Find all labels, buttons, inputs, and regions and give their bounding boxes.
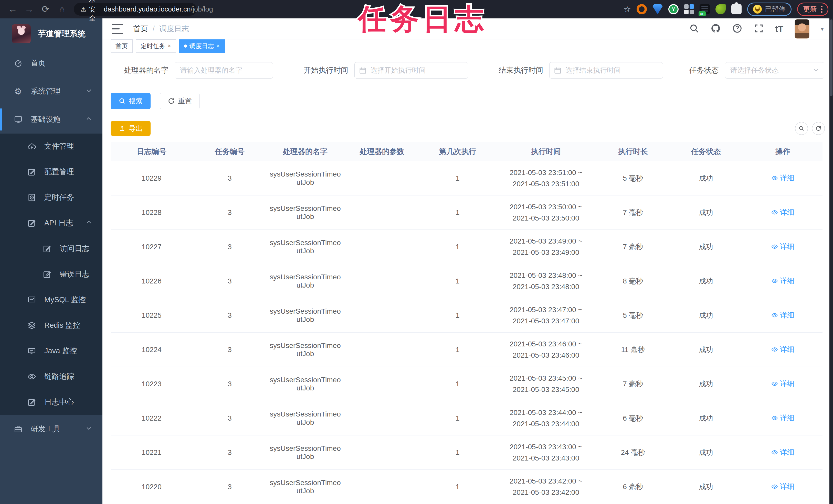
col-job-id: 任务编号 <box>193 142 267 161</box>
header-search-icon[interactable] <box>689 23 699 34</box>
edit-icon <box>27 218 37 228</box>
help-icon[interactable] <box>732 23 742 34</box>
cell-status: 成功 <box>669 264 743 298</box>
start-time-input[interactable] <box>354 62 468 79</box>
close-icon[interactable]: × <box>168 43 171 49</box>
export-button[interactable]: 导出 <box>111 121 150 136</box>
emoji-face-icon <box>753 5 762 14</box>
tab-home[interactable]: 首页 <box>111 40 133 53</box>
eye-icon <box>771 175 778 181</box>
github-icon[interactable] <box>711 23 721 34</box>
extensions-puzzle-icon[interactable] <box>731 4 742 14</box>
url-path[interactable]: /job/log <box>191 5 213 13</box>
edit-icon <box>42 244 52 254</box>
eye-icon <box>771 209 778 216</box>
sidebar-item-redis-monitor[interactable]: Redis 监控 <box>0 312 102 338</box>
paused-pill[interactable]: 已暂停 <box>747 3 791 16</box>
scrollbar-thumb[interactable] <box>830 20 832 96</box>
detail-link[interactable]: 详细 <box>771 345 794 354</box>
detail-link[interactable]: 详细 <box>771 379 794 388</box>
detail-link[interactable]: 详细 <box>771 448 794 457</box>
reset-button[interactable]: 重置 <box>160 93 200 109</box>
search-button[interactable]: 搜索 <box>111 93 150 109</box>
toggle-search-button[interactable] <box>795 122 808 135</box>
detail-link[interactable]: 详细 <box>771 413 794 423</box>
handler-name-input[interactable] <box>175 62 273 79</box>
security-label[interactable]: 不安全 <box>89 0 96 23</box>
extension-grid-icon[interactable] <box>684 4 694 14</box>
end-time-input[interactable] <box>549 62 663 79</box>
font-size-icon[interactable]: tT <box>775 24 783 34</box>
cell-log-id: 10222 <box>111 401 193 435</box>
sidebar-item-label: 链路追踪 <box>44 372 74 382</box>
url-host[interactable]: dashboard.yudao.iocoder.cn <box>104 5 191 13</box>
col-duration: 执行时长 <box>597 142 669 161</box>
cell-execute-index: 1 <box>421 470 495 504</box>
sidebar-item-system[interactable]: ⚙ 系统管理 <box>0 77 102 105</box>
update-button[interactable]: 更新 <box>797 3 828 16</box>
table-row: 10223 3 sysUserSessionTimeoutJob 1 2021-… <box>111 367 823 401</box>
refresh-table-button[interactable] <box>812 122 825 135</box>
cell-job-id: 3 <box>193 435 267 470</box>
sidebar-item-api-log[interactable]: API 日志 <box>0 210 102 236</box>
extension-shield-icon[interactable] <box>652 4 663 14</box>
cell-execute-time: 2021-05-03 23:47:00 ~ 2021-05-03 23:47:0… <box>495 298 597 333</box>
sidebar-item-tracing[interactable]: 链路追踪 <box>0 364 102 389</box>
reload-icon[interactable]: ⟳ <box>38 0 54 19</box>
sidebar-item-dev-tools[interactable]: 研发工具 <box>0 415 102 443</box>
sidebar-item-java-monitor[interactable]: Java 监控 <box>0 338 102 364</box>
sidebar-item-scheduled-tasks[interactable]: 定时任务 <box>0 185 102 210</box>
detail-link[interactable]: 详细 <box>771 242 794 251</box>
forward-icon[interactable]: → <box>21 0 38 19</box>
sidebar-item-access-log[interactable]: 访问日志 <box>0 236 102 261</box>
caret-down-icon[interactable]: ▾ <box>821 25 824 32</box>
cell-duration: 11 毫秒 <box>597 333 669 367</box>
breadcrumb-home[interactable]: 首页 <box>133 24 148 34</box>
sidebar-item-label: 首页 <box>31 58 46 68</box>
fullscreen-icon[interactable] <box>754 23 764 34</box>
extension-on-icon[interactable]: on <box>699 4 710 14</box>
eye-icon <box>771 243 778 250</box>
detail-link[interactable]: 详细 <box>771 482 794 492</box>
sidebar-item-label: 文件管理 <box>44 141 74 151</box>
browser-menu-icon[interactable] <box>821 6 823 13</box>
close-icon[interactable]: × <box>217 43 220 49</box>
app-logo-row[interactable]: 芋道管理系统 <box>0 19 102 49</box>
task-status-select[interactable] <box>725 62 824 79</box>
tab-schedule-log[interactable]: 调度日志× <box>179 40 225 53</box>
detail-link[interactable]: 详细 <box>771 173 794 183</box>
sidebar-item-file-management[interactable]: 文件管理 <box>0 133 102 159</box>
back-icon[interactable]: ← <box>5 0 21 19</box>
scrollbar[interactable] <box>829 19 833 504</box>
detail-link[interactable]: 详细 <box>771 207 794 217</box>
extension-leaf-icon[interactable] <box>715 4 726 14</box>
sidebar-item-infrastructure[interactable]: 基础设施 <box>0 105 102 133</box>
address-bar[interactable]: ⚠ 不安全 dashboard.yudao.iocoder.cn/job/log <box>74 3 197 16</box>
bookmark-star-icon[interactable]: ☆ <box>623 4 631 14</box>
eye-icon <box>771 346 778 353</box>
app-title: 芋道管理系统 <box>38 28 86 39</box>
cell-status: 成功 <box>669 401 743 435</box>
tab-scheduled-tasks[interactable]: 定时任务× <box>136 40 176 53</box>
export-icon <box>119 125 126 132</box>
chevron-up-icon <box>86 116 92 124</box>
cell-handler-param <box>344 230 421 264</box>
sidebar-item-mysql-monitor[interactable]: MySQL 监控 <box>0 287 102 312</box>
extension-ring-icon[interactable] <box>637 4 647 14</box>
detail-link[interactable]: 详细 <box>771 276 794 286</box>
detail-link[interactable]: 详细 <box>771 310 794 320</box>
collapse-menu-icon[interactable] <box>112 24 123 34</box>
cell-actions: 详细 <box>743 196 823 230</box>
cell-handler-param <box>344 367 421 401</box>
sidebar-item-error-log[interactable]: 错误日志 <box>0 261 102 287</box>
sidebar-item-label: 错误日志 <box>60 269 89 279</box>
cell-actions: 详细 <box>743 470 823 504</box>
extension-y-icon[interactable]: Y <box>668 4 679 14</box>
home-icon[interactable]: ⌂ <box>54 0 70 19</box>
table-row: 10225 3 sysUserSessionTimeoutJob 1 2021-… <box>111 298 823 333</box>
sidebar-item-home[interactable]: 首页 <box>0 49 102 77</box>
avatar[interactable] <box>794 19 809 39</box>
sidebar-item-label: 日志中心 <box>44 397 74 407</box>
sidebar-item-config-management[interactable]: 配置管理 <box>0 159 102 185</box>
sidebar-item-log-center[interactable]: 日志中心 <box>0 389 102 415</box>
